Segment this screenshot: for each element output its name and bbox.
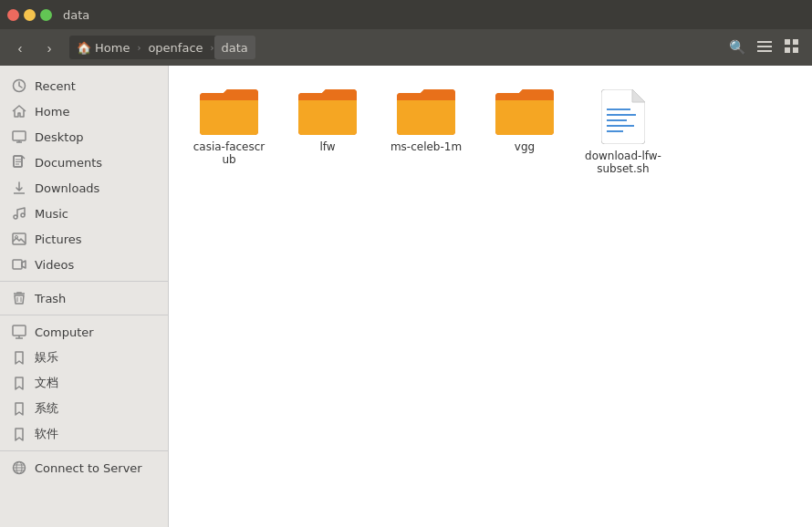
file-grid: casia-facescrub lfw — [183, 80, 797, 182]
close-button[interactable] — [7, 9, 19, 21]
svg-rect-2 — [757, 50, 772, 52]
file-item-casia-label: casia-facescrub — [191, 140, 267, 166]
documents-icon — [11, 154, 27, 170]
window-controls — [7, 9, 52, 21]
toolbar: ‹ › 🏠 Home › openface › data 🔍 — [0, 29, 812, 66]
sidebar-item-home-label: Home — [35, 105, 157, 119]
sidebar-item-computer[interactable]: Computer — [0, 319, 168, 345]
file-item-script-label: download-lfw-subset.sh — [585, 150, 661, 175]
svg-point-18 — [21, 213, 25, 217]
sidebar-item-xitong-label: 系统 — [35, 400, 157, 417]
svg-rect-25 — [13, 326, 26, 336]
sidebar-item-downloads-label: Downloads — [35, 181, 157, 195]
sidebar-item-music-label: Music — [35, 207, 157, 221]
svg-rect-8 — [13, 131, 26, 140]
sidebar-item-recent[interactable]: Recent — [0, 73, 168, 98]
breadcrumb-openface[interactable]: openface — [141, 36, 210, 59]
sidebar-item-trash-label: Trash — [35, 292, 157, 305]
sidebar-item-wendang[interactable]: 文档 — [0, 370, 168, 396]
sidebar-item-connect[interactable]: Connect to Server — [0, 455, 168, 480]
search-icon: 🔍 — [729, 39, 746, 56]
file-area: casia-facescrub lfw — [169, 66, 812, 527]
search-button[interactable]: 🔍 — [724, 35, 750, 60]
network-icon — [11, 460, 27, 476]
sidebar-item-pictures[interactable]: Pictures — [0, 226, 168, 252]
downloads-icon — [11, 180, 27, 196]
sidebar-item-downloads[interactable]: Downloads — [0, 175, 168, 201]
music-icon — [11, 205, 27, 222]
bookmark-icon-4 — [11, 426, 27, 442]
titlebar: data — [0, 0, 812, 29]
sidebar-item-xitong[interactable]: 系统 — [0, 396, 168, 421]
file-item-casia-facescrub[interactable]: casia-facescrub — [183, 80, 275, 182]
home-icon: 🏠 — [77, 41, 91, 55]
sidebar-item-desktop-label: Desktop — [35, 130, 157, 144]
svg-rect-6 — [793, 47, 798, 53]
sidebar-item-desktop[interactable]: Desktop — [0, 124, 168, 150]
sidebar-sep-2 — [0, 315, 168, 315]
recent-icon — [11, 78, 27, 94]
view-list-button[interactable] — [752, 35, 777, 60]
view-grid-button[interactable] — [779, 35, 805, 60]
sidebar-item-documents[interactable]: Documents — [0, 150, 168, 175]
sidebar-sep-3 — [0, 450, 168, 451]
file-item-ms-celeb-1m[interactable]: ms-celeb-1m — [380, 80, 472, 182]
sidebar-item-computer-label: Computer — [35, 326, 157, 339]
svg-rect-1 — [757, 46, 772, 47]
breadcrumb-openface-label: openface — [148, 41, 203, 55]
sidebar-item-connect-label: Connect to Server — [35, 461, 157, 475]
trash-icon — [11, 290, 27, 306]
breadcrumb-home-label: Home — [95, 41, 130, 55]
back-icon: ‹ — [18, 40, 23, 56]
sidebar-item-videos[interactable]: Videos — [0, 252, 168, 277]
script-icon — [599, 88, 648, 146]
view-list-icon — [757, 39, 772, 57]
sidebar-item-music[interactable]: Music — [0, 201, 168, 226]
view-grid-icon — [785, 39, 799, 57]
desktop-icon — [11, 129, 27, 145]
svg-rect-3 — [785, 39, 790, 45]
sidebar-item-wendang-label: 文档 — [35, 375, 157, 391]
forward-button[interactable]: › — [36, 35, 62, 60]
folder-icon-ms-celeb — [397, 88, 455, 137]
home-nav-icon — [11, 103, 27, 119]
sidebar: Recent Home Desktop — [0, 66, 169, 527]
breadcrumb-data-label: data — [222, 41, 248, 55]
sidebar-item-documents-label: Documents — [35, 156, 157, 170]
bookmark-icon-3 — [11, 400, 27, 417]
minimize-button[interactable] — [24, 9, 36, 21]
breadcrumb-home[interactable]: 🏠 Home — [69, 36, 137, 59]
sidebar-sep-1 — [0, 281, 168, 282]
file-item-lfw-label: lfw — [319, 140, 335, 153]
svg-rect-21 — [13, 260, 22, 269]
sidebar-item-trash[interactable]: Trash — [0, 285, 168, 311]
file-item-vgg-label: vgg — [515, 140, 535, 153]
breadcrumb: 🏠 Home › openface › data — [69, 36, 255, 59]
videos-icon — [11, 256, 27, 273]
computer-icon — [11, 324, 27, 340]
bookmark-icon-1 — [11, 349, 27, 366]
sidebar-item-yule-label: 娱乐 — [35, 349, 157, 366]
toolbar-actions: 🔍 — [724, 35, 805, 60]
breadcrumb-sep-2: › — [211, 43, 214, 53]
svg-rect-0 — [757, 41, 772, 43]
file-item-lfw[interactable]: lfw — [282, 80, 373, 182]
sidebar-item-home[interactable]: Home — [0, 98, 168, 124]
file-item-vgg[interactable]: vgg — [479, 80, 570, 182]
breadcrumb-data[interactable]: data — [214, 36, 255, 59]
back-button[interactable]: ‹ — [7, 35, 33, 60]
maximize-button[interactable] — [40, 9, 52, 21]
sidebar-item-ruanjian-label: 软件 — [35, 426, 157, 442]
folder-icon-vgg — [495, 88, 554, 137]
main-layout: Recent Home Desktop — [0, 66, 812, 527]
svg-point-17 — [14, 215, 17, 219]
sidebar-item-yule[interactable]: 娱乐 — [0, 345, 168, 370]
pictures-icon — [11, 231, 27, 247]
window-title: data — [63, 8, 89, 22]
sidebar-item-videos-label: Videos — [35, 258, 157, 272]
sidebar-item-pictures-label: Pictures — [35, 232, 157, 246]
svg-rect-4 — [793, 39, 798, 45]
file-item-script[interactable]: download-lfw-subset.sh — [578, 80, 669, 182]
sidebar-item-ruanjian[interactable]: 软件 — [0, 421, 168, 447]
sidebar-item-recent-label: Recent — [35, 79, 157, 93]
